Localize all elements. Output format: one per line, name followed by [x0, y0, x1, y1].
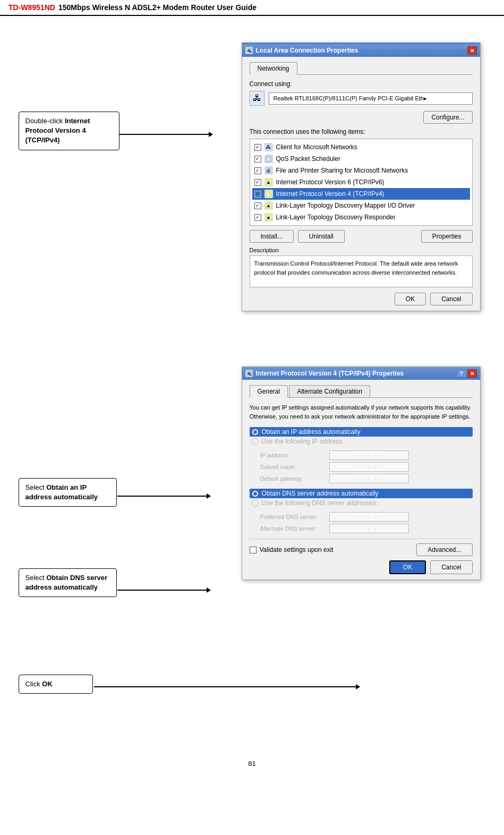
tab-alternate[interactable]: Alternate Configuration: [289, 385, 370, 397]
radio-obtain-dns[interactable]: [252, 490, 259, 497]
item-icon-3: 🖨: [264, 166, 273, 175]
advanced-button[interactable]: Advanced...: [416, 543, 472, 556]
radio-use-ip[interactable]: [252, 438, 259, 445]
item-label-6: Link-Layer Topology Discovery Mapper I/O…: [276, 202, 415, 209]
close-button[interactable]: ✕: [467, 46, 477, 55]
page-body: Double-click Internet Protocol Version 4…: [0, 16, 504, 789]
item-icon-6: ▲: [264, 201, 273, 210]
callout-obtain-dns: Select Obtain DNS server address automat…: [19, 568, 117, 597]
arrow-line-4: [94, 686, 360, 687]
item-checkbox-2[interactable]: [254, 156, 261, 163]
page-header: TD-W8951ND 150Mbps Wireless N ADSL2+ Mod…: [0, 0, 504, 16]
alternate-dns-label: Alternate DNS server:: [260, 525, 329, 532]
item-label-3: File and Printer Sharing for Microsoft N…: [276, 167, 408, 174]
preferred-dns-label: Preferred DNS server:: [260, 514, 329, 520]
item-icon-7: ▲: [264, 213, 273, 221]
radio-use-ip-label: Use the following IP address:: [262, 438, 344, 445]
description-text: Transmission Control Protocol/Internet P…: [254, 260, 458, 276]
adapter-name: Realtek RTL8168C(P)/8111C(P) Family PCI-…: [269, 92, 473, 105]
tab-general[interactable]: General: [250, 385, 288, 398]
configure-button[interactable]: Configure...: [423, 111, 472, 124]
dialog1-content: Networking Connect using: 🖧 Realtek RTL8…: [242, 57, 480, 311]
arrow-head-4: [356, 684, 360, 689]
item-checkbox-7[interactable]: [254, 214, 261, 221]
install-button[interactable]: Install...: [250, 230, 294, 243]
ok-button-1[interactable]: OK: [395, 293, 426, 305]
ip-address-field: · · · · ·: [329, 450, 409, 460]
list-item: 🖨 File and Printer Sharing for Microsoft…: [252, 165, 470, 176]
dialog1-buttons: OK Cancel: [250, 293, 473, 305]
ipv4-properties-dialog: 🔌 Internet Protocol Version 4 (TCP/IPv4)…: [242, 367, 481, 580]
alternate-dns-row: Alternate DNS server: · · · · ·: [250, 524, 473, 533]
callout-click-ok: Click OK: [19, 675, 93, 694]
item-label-2: QoS Packet Scheduler: [276, 155, 340, 163]
cancel-button-2[interactable]: Cancel: [430, 560, 472, 574]
brand-name: TD-W8951ND: [8, 3, 55, 12]
close-button-2[interactable]: ✕: [467, 369, 477, 378]
default-gateway-row: Default gateway: · · · · ·: [250, 474, 473, 483]
help-button[interactable]: ?: [457, 369, 466, 378]
dialog2-content: General Alternate Configuration You can …: [242, 380, 480, 580]
callout-obtain-ip: Select Obtain an IP address automaticall…: [19, 478, 117, 507]
radio-obtain-ip[interactable]: [252, 429, 259, 436]
arrow-head-3: [207, 587, 211, 593]
item-checkbox-5[interactable]: [254, 191, 261, 198]
items-box: 🖧 Client for Microsoft Networks 📋 QoS Pa…: [250, 139, 473, 226]
intro-text: You can get IP settings assigned automat…: [250, 403, 473, 421]
callout-dns-text: Select: [25, 574, 47, 582]
dialog2-titlebar: 🔌 Internet Protocol Version 4 (TCP/IPv4)…: [242, 367, 480, 380]
validate-row: Validate settings upon exit Advanced...: [250, 543, 473, 556]
divider: [250, 539, 473, 539]
preferred-dns-row: Preferred DNS server: · · · · ·: [250, 512, 473, 522]
dns-radio-group: Obtain DNS server address automatically …: [250, 489, 473, 508]
lan-properties-dialog: 🔌 Local Area Connection Properties ✕ Net…: [242, 42, 481, 311]
radio-use-dns-row[interactable]: Use the following DNS server addresses:: [250, 498, 473, 508]
uninstall-button[interactable]: Uninstall: [298, 230, 345, 243]
page-title: 150Mbps Wireless N ADSL2+ Modem Router U…: [58, 3, 257, 12]
arrow-line-2: [117, 496, 210, 497]
arrow-head-1: [209, 132, 213, 137]
section2: Select Obtain an IP address automaticall…: [13, 356, 491, 728]
dialog1-title: Local Area Connection Properties: [256, 47, 358, 54]
default-gateway-label: Default gateway:: [260, 475, 329, 482]
page-number: 81: [248, 760, 255, 768]
item-label-7: Link-Layer Topology Discovery Responder: [276, 214, 396, 221]
properties-button[interactable]: Properties: [421, 230, 473, 243]
list-item: ▲ Internet Protocol Version 4 (TCP/IPv4): [252, 188, 470, 200]
validate-checkbox[interactable]: [250, 547, 257, 553]
item-checkbox-6[interactable]: [254, 202, 261, 209]
list-item: ▲ Link-Layer Topology Discovery Responde…: [252, 211, 470, 223]
callout-ok-text: Click: [25, 680, 42, 688]
item-checkbox-3[interactable]: [254, 167, 261, 174]
radio-use-dns[interactable]: [252, 500, 259, 507]
item-icon-4: ▲: [264, 178, 273, 186]
list-item: 📋 QoS Packet Scheduler: [252, 153, 470, 165]
callout-text1: Double-click: [25, 117, 65, 125]
ip-address-label: IP address:: [260, 452, 329, 458]
radio-use-dns-label: Use the following DNS server addresses:: [262, 499, 378, 507]
radio-use-ip-row[interactable]: Use the following IP address:: [250, 437, 473, 446]
item-checkbox-4[interactable]: [254, 179, 261, 186]
radio-obtain-dns-row[interactable]: Obtain DNS server address automatically: [250, 489, 473, 498]
dialog1-tabs: Networking: [250, 62, 473, 75]
arrow-head-2: [207, 493, 211, 499]
titlebar-buttons: ✕: [467, 46, 477, 55]
section1: Double-click Internet Protocol Version 4…: [13, 27, 491, 324]
dialog2-buttons: OK Cancel: [250, 560, 473, 574]
ok-button-2[interactable]: OK: [389, 560, 426, 574]
tab-networking[interactable]: Networking: [250, 62, 297, 75]
item-label-1: Client for Microsoft Networks: [276, 143, 357, 151]
dialog1-icon: 🔌: [245, 47, 253, 54]
alternate-dns-field: · · · · ·: [329, 524, 409, 533]
description-box: Transmission Control Protocol/Internet P…: [250, 255, 473, 287]
ip-address-row: IP address: · · · · ·: [250, 450, 473, 460]
radio-obtain-ip-row[interactable]: Obtain an IP address automatically: [250, 427, 473, 437]
titlebar-left: 🔌 Local Area Connection Properties: [245, 47, 358, 54]
dialog2-icon: 🔌: [245, 370, 253, 377]
item-checkbox-1[interactable]: [254, 144, 261, 151]
dialog1-titlebar: 🔌 Local Area Connection Properties ✕: [242, 44, 480, 57]
cancel-button-1[interactable]: Cancel: [430, 293, 472, 305]
callout-ok-bold: OK: [42, 680, 53, 688]
dialog2-titlebar-buttons: ? ✕: [457, 369, 477, 378]
item-icon-2: 📋: [264, 155, 273, 163]
